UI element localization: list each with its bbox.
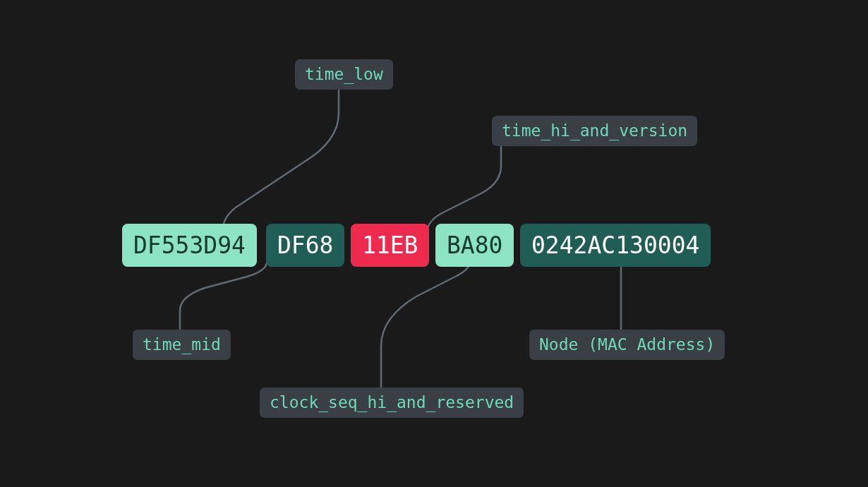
segment-time-hi-and-version: 11EB xyxy=(351,224,429,267)
segment-time-low: DF553D94 xyxy=(122,224,257,267)
segment-clock-seq: BA80 xyxy=(435,224,514,267)
label-time-hi-and-version: time_hi_and_version xyxy=(492,116,697,146)
label-clock-seq: clock_seq_hi_and_reserved xyxy=(260,387,524,418)
segment-time-mid: DF68 xyxy=(266,224,344,267)
segment-node: 0242AC130004 xyxy=(520,224,711,267)
uuid-structure-diagram: DF553D94 DF68 11EB BA80 0242AC130004 tim… xyxy=(0,0,868,487)
label-node: Node (MAC Address) xyxy=(529,330,725,360)
label-time-mid: time_mid xyxy=(133,330,231,360)
label-time-low: time_low xyxy=(295,59,393,90)
